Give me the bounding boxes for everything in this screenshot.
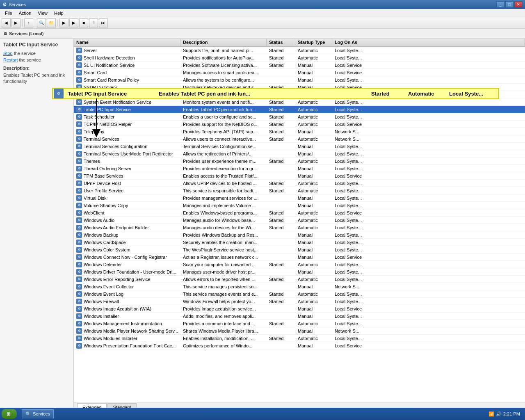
address-icon: 🖥 xyxy=(3,31,7,36)
table-row[interactable]: ⚙Windows Connect Now - Config RegistrarA… xyxy=(74,253,525,261)
cell-logon: Local Syste... xyxy=(332,195,525,201)
table-row[interactable]: ⚙Windows Event CollectorThis service man… xyxy=(74,283,525,290)
table-row[interactable]: ⚙TPM Base ServicesEnables access to the … xyxy=(74,172,525,180)
cell-startup: Manual xyxy=(295,77,332,83)
stop-action[interactable]: Stop the service xyxy=(3,51,70,56)
table-row[interactable]: ⚙System Event Notification ServiceMonito… xyxy=(74,98,525,106)
cell-logon: Local Syste... xyxy=(332,77,525,83)
cell-desc: This service manages persistent su... xyxy=(180,284,267,290)
col-header-startup[interactable]: Startup Type xyxy=(295,39,332,46)
taskbar-item-services[interactable]: 🔍 Services xyxy=(22,409,54,418)
taskbar-label: Services xyxy=(33,411,50,416)
toolbar-btn3[interactable]: ■ xyxy=(79,18,88,27)
table-row[interactable]: ⚙Thread Ordering ServerProvides ordered … xyxy=(74,165,525,172)
cell-name: ⚙Windows Connect Now - Config Registrar xyxy=(74,254,180,260)
service-icon: ⚙ xyxy=(76,299,82,304)
cell-startup: Manual xyxy=(295,144,332,149)
maximize-button[interactable]: □ xyxy=(505,1,514,8)
service-icon: ⚙ xyxy=(76,129,82,135)
table-row[interactable]: ⚙WebClientEnables Windows-based programs… xyxy=(74,209,525,217)
table-row[interactable]: ⚙Windows Image Acquisition (WIA)Provides… xyxy=(74,305,525,313)
table-row[interactable]: ⚙ThemesProvides user experience theme m.… xyxy=(74,158,525,165)
table-row[interactable]: ⚙Task SchedulerEnables a user to configu… xyxy=(74,113,525,121)
table-row[interactable]: ⚙Windows Audio Endpoint BuilderManages a… xyxy=(74,224,525,231)
toolbar-forward[interactable]: ▶ xyxy=(11,18,21,27)
table-row[interactable]: ⚙Windows Event LogThis service manages e… xyxy=(74,290,525,298)
cell-name: ⚙Themes xyxy=(74,158,180,164)
start-button[interactable]: ⊞ xyxy=(2,409,17,419)
table-row[interactable]: ⚙Windows DefenderScan your computer for … xyxy=(74,261,525,268)
service-icon: ⚙ xyxy=(76,166,82,171)
stop-link[interactable]: Stop xyxy=(3,51,13,56)
toolbar-btn5[interactable]: ⏭ xyxy=(99,18,108,27)
toolbar-search[interactable]: 🔍 xyxy=(37,18,46,27)
table-row[interactable]: ⚙Windows Management InstrumentationProvi… xyxy=(74,320,525,327)
cell-desc: Provides Windows Backup and Res... xyxy=(180,232,267,238)
col-header-name[interactable]: Name xyxy=(74,39,180,46)
table-row[interactable]: ⚙Shell Hardware DetectionProvides notifi… xyxy=(74,54,525,62)
table-row[interactable]: ⚙Volume Shadow CopyManages and implement… xyxy=(74,202,525,209)
cell-name: ⚙TPM Base Services xyxy=(74,173,180,179)
cell-status: Started xyxy=(267,276,295,282)
table-body[interactable]: ⚙ServerSupports file, print, and named-p… xyxy=(74,47,525,402)
table-row[interactable]: ⚙Windows InstallerAdds, modifies, and re… xyxy=(74,313,525,320)
table-row[interactable]: ⚙Windows CardSpaceSecurely enables the c… xyxy=(74,239,525,246)
toolbar-btn2[interactable]: ▶ xyxy=(69,18,78,27)
cell-status: Started xyxy=(267,99,295,105)
menu-file[interactable]: File xyxy=(2,10,16,16)
table-row[interactable]: ⚙Windows Color SystemThe WcsPlugInServic… xyxy=(74,246,525,253)
cell-logon: Local Syste... xyxy=(332,336,525,341)
table-row[interactable]: ⚙Smart Card Removal PolicyAllows the sys… xyxy=(74,76,525,84)
restart-action[interactable]: Restart the service xyxy=(3,57,70,62)
cell-status xyxy=(267,153,295,154)
cell-desc: The WcsPlugInService service host... xyxy=(180,247,267,253)
table-row[interactable]: ⚙Windows Error Reporting ServiceAllows e… xyxy=(74,276,525,283)
col-header-desc[interactable]: Description xyxy=(180,39,267,46)
toolbar-folder[interactable]: 📁 xyxy=(47,18,56,27)
table-row[interactable]: ⚙Terminal ServicesAllows users to connec… xyxy=(74,135,525,143)
address-bar: 🖥 Services (Local) xyxy=(0,29,525,39)
toolbar-back[interactable]: ◀ xyxy=(2,18,11,27)
table-row[interactable]: ⚙Windows Media Player Network Sharing Se… xyxy=(74,327,525,335)
cell-desc: Enables Tablet PC pen and ink fun... xyxy=(180,107,267,112)
clock: 2:21 PM xyxy=(503,411,520,416)
menu-help[interactable]: Help xyxy=(51,10,67,16)
menu-action[interactable]: Action xyxy=(16,10,35,16)
col-header-logon[interactable]: Log On As xyxy=(332,39,525,46)
toolbar-up[interactable]: ↑ xyxy=(24,18,33,27)
table-row[interactable]: ⚙SL UI Notification ServiceProvides Soft… xyxy=(74,62,525,69)
table-row[interactable]: ⚙Smart CardManages access to smart cards… xyxy=(74,69,525,76)
table-row[interactable]: ⚙Windows AudioManages audio for Windows-… xyxy=(74,217,525,224)
table-row[interactable]: ⚙Tablet PC Input ServiceEnables Tablet P… xyxy=(74,106,525,113)
cell-logon: Local Syste... xyxy=(332,262,525,267)
cell-status xyxy=(267,168,295,169)
restart-link[interactable]: Restart xyxy=(3,57,18,62)
menu-view[interactable]: View xyxy=(34,10,51,16)
table-row[interactable]: ⚙Terminal Services ConfigurationTerminal… xyxy=(74,143,525,150)
cell-status: Started xyxy=(267,336,295,341)
close-button[interactable]: ✕ xyxy=(514,1,523,8)
table-row[interactable]: ⚙ServerSupports file, print, and named-p… xyxy=(74,47,525,54)
system-tray: 📶 🔊 2:21 PM xyxy=(485,411,523,417)
toolbar-btn1[interactable]: ▶ xyxy=(59,18,68,27)
table-row[interactable]: ⚙Windows FirewallWindows Firewall helps … xyxy=(74,298,525,305)
table-row[interactable]: ⚙Windows Presentation Foundation Font Ca… xyxy=(74,342,525,349)
table-row[interactable]: ⚙Windows Driver Foundation - User-mode D… xyxy=(74,268,525,276)
cell-status: Started xyxy=(267,321,295,326)
table-row[interactable]: ⚙UPnP Device HostAllows UPnP devices to … xyxy=(74,180,525,187)
cell-desc: Provides support for the NetBIOS o... xyxy=(180,121,267,127)
table-row[interactable]: ⚙User Profile ServiceThis service is res… xyxy=(74,187,525,194)
cell-status xyxy=(267,316,295,317)
table-row[interactable]: ⚙Windows BackupProvides Windows Backup a… xyxy=(74,231,525,239)
table-row[interactable]: ⚙Terminal Services UserMode Port Redirec… xyxy=(74,150,525,158)
table-row[interactable]: ⚙Virtual DiskProvides management service… xyxy=(74,194,525,202)
minimize-button[interactable]: _ xyxy=(496,1,504,8)
table-row[interactable]: ⚙TelephonyProvides Telephony API (TAPI) … xyxy=(74,128,525,135)
col-header-status[interactable]: Status xyxy=(267,39,295,46)
cell-desc: Provides ordered execution for a gr... xyxy=(180,166,267,171)
table-row[interactable]: ⚙TCP/IP NetBIOS HelperProvides support f… xyxy=(74,121,525,128)
service-icon: ⚙ xyxy=(76,188,82,194)
table-row[interactable]: ⚙Windows Modules InstallerEnables instal… xyxy=(74,335,525,342)
toolbar: ◀ ▶ ↑ 🔍 📁 ▶ ▶ ■ ⏸ ⏭ xyxy=(0,17,525,29)
toolbar-btn4[interactable]: ⏸ xyxy=(89,18,98,27)
